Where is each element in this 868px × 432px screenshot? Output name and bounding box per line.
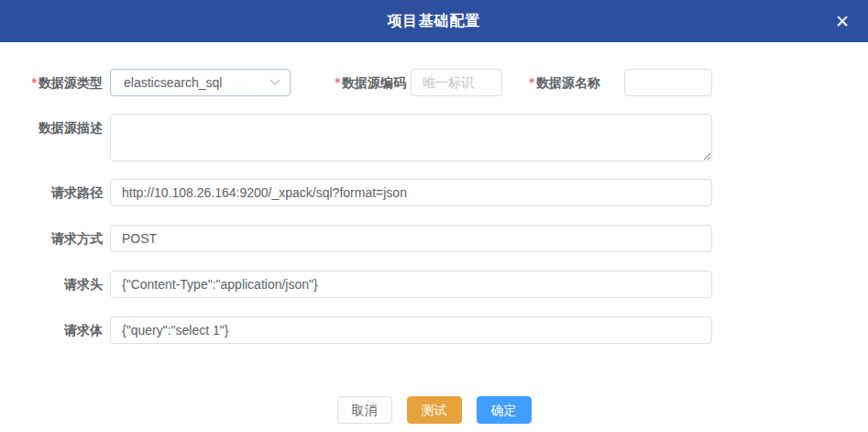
datasource-type-select[interactable]: elasticsearch_sql: [110, 69, 291, 96]
request-body-input[interactable]: [110, 316, 712, 344]
datasource-name-input[interactable]: [624, 69, 712, 96]
datasource-config-dialog: 项目基础配置 ✕ *数据源类型 elasticsearch_sql *数据源编码…: [0, 0, 868, 432]
close-icon[interactable]: ✕: [831, 9, 853, 34]
dialog-title: 项目基础配置: [388, 12, 481, 31]
request-body-label: 请求体: [0, 316, 110, 344]
datasource-code-label: *数据源编码: [291, 69, 411, 96]
dialog-header: 项目基础配置 ✕: [0, 0, 868, 42]
required-asterisk: *: [335, 75, 340, 90]
datasource-code-input[interactable]: [411, 69, 502, 96]
request-headers-input[interactable]: [110, 271, 712, 298]
form-row-method: 请求方式: [0, 225, 868, 252]
datasource-desc-textarea[interactable]: [110, 114, 712, 161]
request-path-label: 请求路径: [0, 179, 110, 206]
dialog-body: *数据源类型 elasticsearch_sql *数据源编码 *数据源名称 数…: [0, 42, 868, 424]
request-path-input[interactable]: [110, 179, 712, 206]
form-row-headers: 请求头: [0, 271, 868, 298]
datasource-name-label: *数据源名称: [502, 69, 624, 96]
request-headers-label: 请求头: [0, 271, 110, 298]
required-asterisk: *: [32, 75, 37, 90]
cancel-button[interactable]: 取消: [337, 396, 392, 424]
form-row-body: 请求体: [0, 316, 868, 344]
chevron-down-icon: [269, 79, 280, 86]
datasource-desc-label: 数据源描述: [0, 114, 110, 141]
dialog-footer: 取消 测试 确定: [0, 396, 868, 424]
request-method-label: 请求方式: [0, 225, 110, 252]
form-row-description: 数据源描述: [0, 114, 868, 161]
form-row-basic: *数据源类型 elasticsearch_sql *数据源编码 *数据源名称: [0, 69, 868, 96]
confirm-button[interactable]: 确定: [477, 396, 532, 424]
required-asterisk: *: [530, 75, 534, 90]
request-method-input[interactable]: [110, 225, 712, 252]
test-button[interactable]: 测试: [407, 396, 462, 424]
datasource-type-label: *数据源类型: [0, 69, 110, 96]
form-row-path: 请求路径: [0, 179, 868, 206]
datasource-type-value: elasticsearch_sql: [124, 75, 222, 90]
